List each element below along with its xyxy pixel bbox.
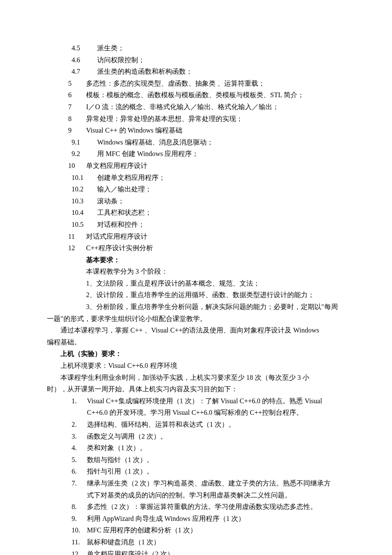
outline-number: 10.4 (72, 207, 97, 218)
lab-item: 6.指针与引用（1 次）。 (47, 466, 345, 477)
outline-item: 9.2用 MFC 创建 Windows 应用程序； (47, 148, 345, 159)
lab-item-text: 继承与派生类（2 次）学习构造基类、虚函数、建立子类的方法。熟悉不同继承方 (87, 478, 331, 489)
outline-item: 12 C++程序设计实例分析 (47, 243, 345, 254)
lab-item: 7.继承与派生类（2 次）学习构造基类、虚函数、建立子类的方法。熟悉不同继承方 (47, 478, 345, 489)
lab-item-number: 7. (72, 478, 87, 489)
body-text: 一题"的形式，要求学生组织讨论小组配合课堂教学。 (47, 313, 345, 324)
body-text: 编程基础。 (47, 337, 345, 348)
body-text: 2、设计阶段，重点培养学生的运用循环、函数、数据类型进行设计的能力； (47, 289, 345, 301)
outline-item: 6模板：模板的概念、函数模板与模板函数、类模板与模板类、STL 简介； (47, 90, 345, 101)
outline-number: 9.1 (72, 137, 97, 148)
outline-item: 8异常处理：异常处理的基本思想、异常处理的实现； (47, 113, 345, 124)
lab-item: 10.MFC 应用程序的创建和分析（1 次） (47, 525, 345, 536)
body-text: 通过本课程学习，掌握 C++ 、Visual C++的语法及使用、面向对象程序设… (47, 325, 345, 336)
outline-number: 6 (68, 90, 86, 101)
outline-item: 4.6访问权限控制； (47, 55, 345, 66)
lab-item-number: 1. (72, 396, 87, 407)
outline-text: 单文档应用程序设计 (86, 160, 147, 171)
outline-text: 工具栏和状态栏； (97, 207, 152, 218)
lab-item-continuation: 式下对基类的成员的访问的控制。学习利用虚基类解决二义性问题。 (47, 490, 345, 501)
lab-item-number: 8. (72, 501, 87, 512)
lab-item: 9.利用 AppWizard 向导生成 Windows 应用程序（1 次） (47, 513, 345, 524)
lab-item: 3.函数定义与调用（2 次）。 (47, 431, 345, 442)
outline-item: 7I／O 流：流的概念、非格式化输入／输出、格式化输入／输出； (47, 101, 345, 113)
lab-item-text: 单文档应用程序设计（2 次） (87, 549, 174, 555)
body-text: 本课程学生利用业余时间，加强动手实践，上机实习要求至少 18 次（每次至少 3 … (47, 372, 345, 383)
outline-text: 多态性：多态的实现类型、虚函数、抽象类 、运算符重载； (86, 78, 265, 89)
lab-item-text: 数组与指针（1 次）。 (87, 454, 153, 465)
lab-item: 8.多态性（2 次）：掌握运算符重载的方法。学习使用虚函数实现动态多态性。 (47, 501, 345, 512)
lab-item-text: 鼠标和键盘消息（1 次） (87, 537, 160, 548)
lab-item-number: 9. (72, 513, 87, 524)
lab-item-number: 6. (72, 466, 87, 477)
outline-item: 10.3滚动条； (47, 196, 345, 207)
lab-item-number: 12. (72, 549, 87, 555)
lab-item: 1.Visual C++集成编程环境使用（1 次）：了解 Visual C++6… (47, 396, 345, 407)
lab-item: 5.数组与指针（1 次）。 (47, 454, 345, 465)
lab-item-text: Visual C++集成编程环境使用（1 次）：了解 Visual C++6.0… (87, 396, 322, 407)
outline-text: Visual C++ 的 Windows 编程基础 (86, 125, 182, 136)
lab-item: 12.单文档应用程序设计（2 次） (47, 549, 345, 555)
lab-item-text: 函数定义与调用（2 次）。 (87, 431, 167, 442)
outline-number: 4.6 (72, 55, 97, 66)
outline-item: 4.5派生类； (47, 43, 345, 54)
requirements-heading: 基本要求： (47, 254, 345, 266)
outline-number: 10.2 (72, 184, 97, 195)
lab-item-number: 5. (72, 454, 87, 465)
lab-item-text: 指针与引用（1 次）。 (87, 466, 153, 477)
lab-heading: 上机（实验）要求： (47, 348, 345, 359)
outline-text: 派生类； (97, 43, 124, 54)
lab-item: 11.鼠标和键盘消息（1 次） (47, 537, 345, 548)
outline-item: 9.1Windows 编程基础、消息及消息驱动； (47, 137, 345, 148)
body-text: 本课程教学分为 3 个阶段： (47, 266, 345, 277)
outline-number: 7 (68, 101, 86, 113)
outline-item: 5多态性：多态的实现类型、虚函数、抽象类 、运算符重载； (47, 78, 345, 89)
lab-item: 2.选择结构、循环结构、运算符和表达式（1 次）。 (47, 419, 345, 430)
outline-number: 5 (68, 78, 86, 89)
outline-item: 10 单文档应用程序设计 (47, 160, 345, 171)
outline-text: C++程序设计实例分析 (86, 243, 153, 254)
outline-item: 4.7派生类的构造函数和析构函数； (47, 66, 345, 77)
lab-item-text: 类和对象（1 次）。 (87, 442, 147, 454)
outline-number: 9 (68, 125, 86, 136)
outline-text: 创建单文档应用程序； (97, 172, 165, 183)
outline-number: 10 (68, 160, 86, 171)
body-text: 1、文法阶段，重点是程序设计的基本概念、规范、文法； (47, 278, 345, 289)
outline-item: 10.4工具栏和状态栏； (47, 207, 345, 218)
outline-item: 10.2输入／输出处理； (47, 184, 345, 195)
outline-number: 4.5 (72, 43, 97, 54)
outline-item: 9Visual C++ 的 Windows 编程基础 (47, 125, 345, 136)
lab-item-number: 3. (72, 431, 87, 442)
body-text: 时），从开课第一周开始。具体上机实习内容及实习目的如下： (47, 384, 345, 395)
lab-item-number: 11. (72, 537, 87, 548)
outline-number: 10.1 (72, 172, 97, 183)
outline-number: 10.3 (72, 196, 97, 207)
outline-item: 10.5对话框和控件； (47, 219, 345, 230)
outline-text: 滚动条； (97, 196, 124, 207)
outline-text: Windows 编程基础、消息及消息驱动； (97, 137, 213, 148)
lab-item-text: MFC 应用程序的创建和分析（1 次） (87, 525, 197, 536)
outline-text: 访问权限控制； (97, 55, 145, 66)
outline-number: 12 (68, 243, 86, 254)
outline-number: 10.5 (72, 219, 97, 230)
outline-text: 派生类的构造函数和析构函数； (97, 66, 193, 77)
outline-text: 用 MFC 创建 Windows 应用程序； (97, 148, 199, 159)
lab-item-number: 2. (72, 419, 87, 430)
lab-item-continuation: C++6.0 的开发环境。学习用 Visual C++6.0 编写标准的 C++… (47, 407, 345, 418)
outline-item: 11 对话式应用程序设计 (47, 231, 345, 242)
outline-item: 10.1创建单文档应用程序； (47, 172, 345, 183)
lab-item-text: 利用 AppWizard 向导生成 Windows 应用程序（1 次） (87, 513, 245, 524)
lab-item-text: 选择结构、循环结构、运算符和表达式（1 次）。 (87, 419, 235, 430)
lab-item-number: 4. (72, 442, 87, 454)
lab-item-number: 10. (72, 525, 87, 536)
outline-text: 异常处理：异常处理的基本思想、异常处理的实现； (86, 113, 243, 124)
outline-number: 9.2 (72, 148, 97, 159)
outline-number: 8 (68, 113, 86, 124)
outline-text: 对话框和控件； (97, 219, 145, 230)
lab-item: 4.类和对象（1 次）。 (47, 442, 345, 454)
outline-text: 输入／输出处理； (97, 184, 152, 195)
lab-item-text: 多态性（2 次）：掌握运算符重载的方法。学习使用虚函数实现动态多态性。 (87, 501, 317, 512)
outline-number: 11 (68, 231, 86, 242)
outline-text: 模板：模板的概念、函数模板与模板函数、类模板与模板类、STL 简介； (86, 90, 304, 101)
body-text: 3、分析阶段，重点培养学生分析问题，解决实际问题的能力；必要时，定期以"每周 (47, 301, 345, 312)
